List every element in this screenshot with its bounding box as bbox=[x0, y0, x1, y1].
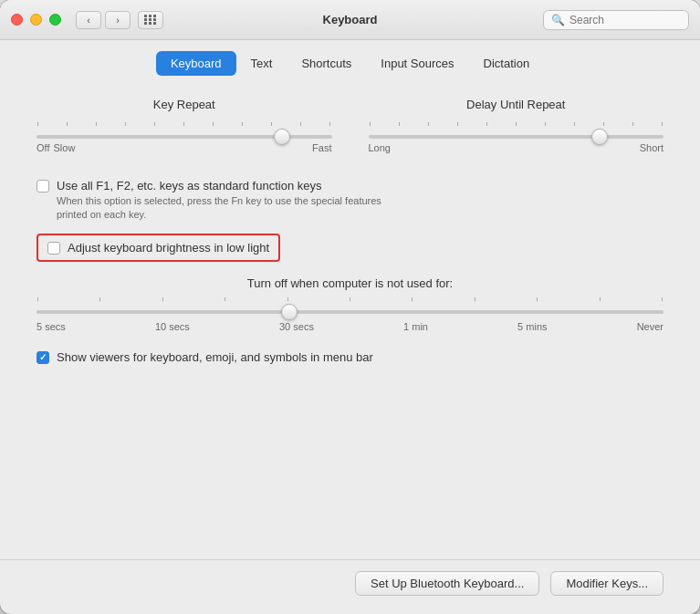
key-repeat-fast-label: Fast bbox=[312, 142, 331, 153]
fn-checkbox-label: Use all F1, F2, etc. keys as standard fu… bbox=[57, 179, 321, 193]
bottom-buttons: Set Up Bluetooth Keyboard... Modifier Ke… bbox=[0, 559, 700, 614]
delay-repeat-ticks bbox=[369, 122, 664, 126]
grid-icon bbox=[144, 15, 157, 25]
tab-shortcuts[interactable]: Shortcuts bbox=[287, 51, 366, 76]
tab-text[interactable]: Text bbox=[236, 51, 287, 76]
forward-button[interactable]: › bbox=[105, 11, 131, 29]
sliders-row: Key Repeat Off Slow Fast Delay bbox=[37, 98, 663, 153]
key-repeat-section: Key Repeat Off Slow Fast bbox=[37, 98, 332, 153]
turnoff-ticks bbox=[37, 297, 663, 301]
fn-checkbox[interactable] bbox=[37, 180, 49, 193]
tabs-container: Keyboard Text Shortcuts Input Sources Di… bbox=[0, 40, 700, 76]
tab-keyboard[interactable]: Keyboard bbox=[156, 51, 236, 76]
turnoff-label-5s: 5 secs bbox=[37, 321, 66, 332]
brightness-highlight-box: Adjust keyboard brightness in low light bbox=[37, 234, 280, 262]
delay-repeat-short-label: Short bbox=[640, 142, 663, 153]
keyboard-window: ‹ › Keyboard 🔍 Keyboard Text Shortcuts I… bbox=[0, 0, 700, 614]
fn-checkbox-item: Use all F1, F2, etc. keys as standard fu… bbox=[37, 179, 663, 193]
delay-repeat-labels: Long Short bbox=[369, 142, 664, 153]
tab-dictation[interactable]: Dictation bbox=[469, 51, 545, 76]
show-viewers-label: Show viewers for keyboard, emoji, and sy… bbox=[57, 350, 373, 364]
show-viewers-checkbox[interactable] bbox=[37, 351, 49, 364]
show-viewers-item: Show viewers for keyboard, emoji, and sy… bbox=[37, 350, 663, 364]
tab-input-sources[interactable]: Input Sources bbox=[366, 51, 468, 76]
delay-repeat-long-label: Long bbox=[369, 142, 391, 153]
delay-repeat-slider[interactable] bbox=[369, 135, 664, 139]
bluetooth-keyboard-button[interactable]: Set Up Bluetooth Keyboard... bbox=[355, 571, 539, 596]
key-repeat-off-label: Off bbox=[37, 142, 49, 153]
delay-repeat-section: Delay Until Repeat Long Short bbox=[369, 98, 664, 153]
turnoff-label-10s: 10 secs bbox=[155, 321, 190, 332]
nav-buttons: ‹ › bbox=[76, 11, 131, 29]
key-repeat-ticks bbox=[37, 122, 332, 126]
turnoff-label-30s: 30 secs bbox=[279, 321, 314, 332]
turnoff-label-never: Never bbox=[637, 321, 663, 332]
grid-view-button[interactable] bbox=[138, 11, 163, 29]
brightness-checkbox-label: Adjust keyboard brightness in low light bbox=[68, 241, 269, 255]
key-repeat-slow-label: Slow bbox=[53, 142, 75, 153]
fn-checkbox-sublabel: When this option is selected, press the … bbox=[57, 194, 663, 223]
maximize-button[interactable] bbox=[49, 14, 61, 26]
modifier-keys-button[interactable]: Modifier Keys... bbox=[550, 571, 663, 596]
brightness-checkbox[interactable] bbox=[47, 242, 60, 255]
search-input[interactable] bbox=[569, 14, 681, 26]
brightness-section: Adjust keyboard brightness in low light bbox=[37, 234, 663, 269]
key-repeat-slider[interactable] bbox=[37, 135, 332, 139]
delay-repeat-title: Delay Until Repeat bbox=[369, 98, 664, 111]
back-button[interactable]: ‹ bbox=[76, 11, 101, 29]
search-icon: 🔍 bbox=[551, 14, 565, 26]
turnoff-label-5m: 5 mins bbox=[517, 321, 547, 332]
titlebar: ‹ › Keyboard 🔍 bbox=[0, 0, 700, 40]
window-title: Keyboard bbox=[323, 13, 378, 26]
traffic-lights bbox=[11, 14, 61, 26]
turnoff-label-1m: 1 min bbox=[403, 321, 428, 332]
key-repeat-title: Key Repeat bbox=[37, 98, 332, 111]
turnoff-section: Turn off when computer is not used for: … bbox=[37, 276, 663, 332]
key-repeat-labels: Off Slow Fast bbox=[37, 142, 332, 153]
minimize-button[interactable] bbox=[30, 14, 42, 26]
search-box[interactable]: 🔍 bbox=[543, 10, 689, 30]
main-content: Key Repeat Off Slow Fast Delay bbox=[0, 76, 700, 559]
close-button[interactable] bbox=[11, 14, 23, 26]
turnoff-slider[interactable] bbox=[37, 310, 663, 314]
turnoff-time-labels: 5 secs 10 secs 30 secs 1 min 5 mins Neve… bbox=[37, 321, 663, 332]
turnoff-label: Turn off when computer is not used for: bbox=[37, 276, 663, 290]
